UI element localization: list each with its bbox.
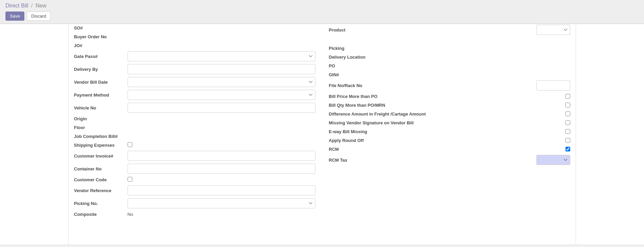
label-buyer-order: Buyer Order No	[74, 34, 128, 39]
label-origin: Origin	[74, 116, 128, 121]
vehicle-no-input[interactable]	[128, 103, 315, 113]
eway-missing-checkbox[interactable]	[565, 129, 570, 134]
label-job-completion: Job Completion Bill#	[74, 134, 128, 139]
label-customer-code: Customer Code	[74, 177, 128, 182]
rcm-checkbox[interactable]	[565, 147, 570, 151]
composite-value: No	[128, 212, 133, 217]
label-rcm-tax: RCM Tax	[329, 158, 447, 163]
label-shipping-expenses: Shipping Expenses	[74, 143, 128, 148]
form-main: SO# Buyer Order No JO# Gate Pass# Delive…	[0, 24, 644, 244]
gate-pass-select[interactable]	[128, 51, 315, 61]
vendor-bill-date-select[interactable]	[128, 77, 315, 87]
breadcrumb: Direct Bill / New	[5, 3, 639, 9]
delivery-by-input[interactable]	[128, 64, 315, 74]
breadcrumb-root[interactable]: Direct Bill	[5, 3, 28, 8]
label-po: PO	[329, 63, 447, 68]
label-gin: GIN#	[329, 72, 447, 77]
control-panel: Direct Bill / New Save Discard	[0, 0, 644, 24]
right-column: Product Picking Delivery Location PO GIN…	[329, 24, 570, 219]
label-bill-qty-more: Bill Qty More than PO/MRN	[329, 103, 447, 108]
label-apply-round: Apply Round Off	[329, 138, 447, 143]
missing-signature-checkbox[interactable]	[565, 120, 570, 125]
diff-amount-checkbox[interactable]	[565, 111, 570, 116]
bill-qty-more-checkbox[interactable]	[565, 103, 570, 107]
label-so: SO#	[74, 25, 128, 30]
label-gate-pass: Gate Pass#	[74, 54, 128, 59]
customer-code-checkbox[interactable]	[128, 177, 132, 182]
label-composite: Composite	[74, 212, 128, 217]
rcm-tax-select[interactable]	[536, 155, 570, 165]
label-delivery-by: Delivery By	[74, 67, 128, 72]
label-customer-invoice: Customer Invoice#	[74, 153, 128, 159]
bill-price-more-checkbox[interactable]	[565, 94, 570, 99]
label-picking: Picking	[329, 46, 447, 51]
discard-button[interactable]: Discard	[27, 12, 50, 21]
label-vendor-bill-date: Vendor Bill Date	[74, 80, 128, 85]
label-product: Product	[329, 27, 447, 33]
save-button[interactable]: Save	[5, 12, 24, 21]
label-file-rack: File No/Rack No	[329, 83, 447, 88]
picking-no-select[interactable]	[128, 198, 315, 208]
label-vendor-reference: Vendor Reference	[74, 188, 128, 193]
label-floor: Floor	[74, 125, 128, 130]
payment-method-select[interactable]	[128, 90, 315, 100]
label-bill-price-more: Bill Price More than PO	[329, 94, 447, 99]
product-select[interactable]	[536, 25, 570, 35]
label-eway-missing: E-way Bill Missing	[329, 129, 447, 134]
shipping-expenses-checkbox[interactable]	[128, 142, 132, 147]
label-diff-amount: Difference Amount in Freight /Cartage Am…	[329, 111, 447, 117]
left-column: SO# Buyer Order No JO# Gate Pass# Delive…	[74, 24, 315, 219]
action-buttons: Save Discard	[5, 12, 639, 21]
customer-invoice-input[interactable]	[128, 151, 315, 161]
container-no-input[interactable]	[128, 164, 315, 174]
breadcrumb-current: New	[36, 3, 46, 8]
file-rack-input[interactable]	[536, 80, 570, 90]
form-sheet: SO# Buyer Order No JO# Gate Pass# Delive…	[68, 24, 576, 244]
label-container-no: Container No	[74, 166, 128, 171]
label-jo: JO#	[74, 43, 128, 48]
breadcrumb-separator: /	[31, 3, 32, 8]
label-rcm: RCM	[329, 147, 447, 152]
label-delivery-location: Delivery Location	[329, 55, 447, 60]
label-payment-method: Payment Method	[74, 92, 128, 98]
label-missing-signature: Missing Vendor Signature on Vendor Bill	[329, 120, 447, 125]
vendor-reference-input[interactable]	[128, 185, 315, 195]
label-picking-no: Picking No.	[74, 201, 128, 206]
label-vehicle-no: Vehicle No	[74, 105, 128, 110]
apply-round-checkbox[interactable]	[565, 138, 570, 143]
